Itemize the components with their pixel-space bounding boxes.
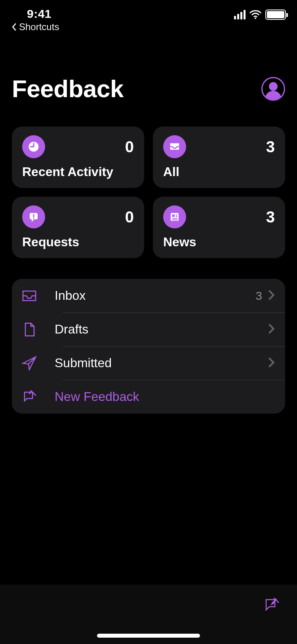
chevron-right-icon [268,357,275,370]
svg-point-0 [255,17,256,19]
row-label: Inbox [55,288,255,303]
tile-count: 0 [125,208,134,226]
chevron-right-icon [268,323,275,336]
tile-label: All [163,165,275,179]
tile-count: 3 [266,208,275,226]
back-app-label: Shortcuts [19,21,59,33]
tile-label: Requests [22,235,134,249]
row-drafts[interactable]: Drafts [12,312,285,346]
row-count: 3 [255,289,262,303]
row-label: New Feedback [55,389,285,404]
tile-recent-activity[interactable]: 0 Recent Activity [12,126,144,188]
cellular-signal-icon [234,10,246,19]
page-header: Feedback [0,35,297,115]
folders-list: Inbox 3 Drafts Submitted New Feedback [12,279,285,414]
summary-tiles: 0 Recent Activity 3 All 0 Requests 3 New… [0,126,297,258]
profile-button[interactable] [261,77,285,101]
tile-count: 0 [125,138,134,156]
row-label: Drafts [55,322,268,337]
newspaper-icon [163,205,186,228]
page-title: Feedback [12,75,124,103]
paper-plane-icon [21,355,37,371]
clock-icon [22,135,45,158]
svg-rect-6 [172,215,175,217]
alert-bubble-icon [22,205,45,228]
row-submitted[interactable]: Submitted [12,346,285,380]
tile-count: 3 [266,138,275,156]
tile-label: Recent Activity [22,165,134,179]
tile-all[interactable]: 3 All [153,126,285,188]
inbox-icon [21,288,37,304]
tile-requests[interactable]: 0 Requests [12,197,144,258]
row-new-feedback[interactable]: New Feedback [12,380,285,414]
back-to-app-button[interactable]: Shortcuts [11,21,59,33]
tile-news[interactable]: 3 News [153,197,285,258]
row-inbox[interactable]: Inbox 3 [12,279,285,312]
compose-button[interactable] [263,596,280,644]
status-time: 9:41 [11,7,59,21]
chevron-right-icon [268,289,275,302]
battery-icon [265,10,286,20]
tray-icon [163,135,186,158]
svg-point-4 [33,218,34,219]
status-bar: 9:41 Shortcuts [0,0,297,35]
document-icon [21,322,37,337]
home-indicator[interactable] [97,634,200,638]
tile-label: News [163,235,275,249]
row-label: Submitted [55,356,268,370]
wifi-icon [249,10,261,19]
compose-icon [21,389,37,405]
